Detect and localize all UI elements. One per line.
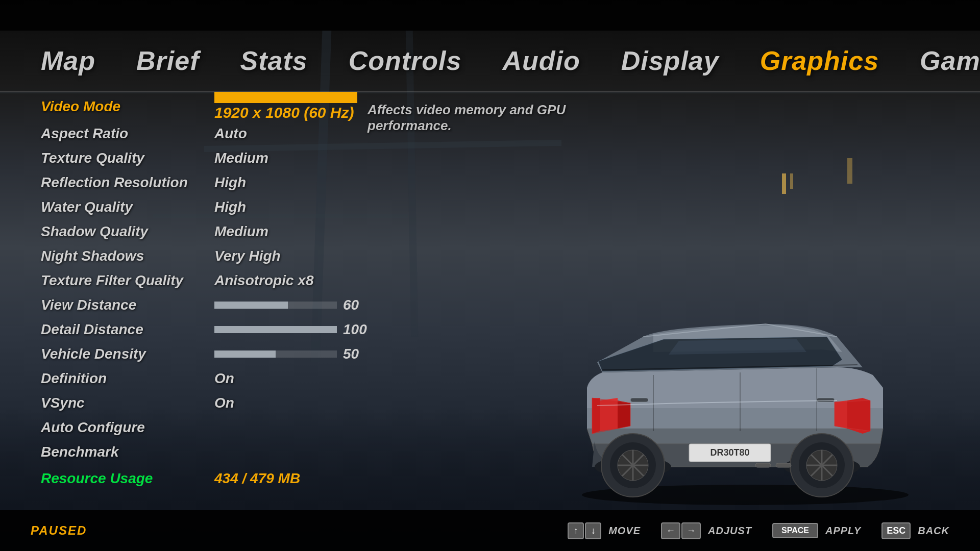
video-mode-value: 980 x 551 (60 Hz) (214, 104, 357, 121)
aspect-ratio-value: Auto (214, 126, 247, 142)
vsync-row: VSync On (41, 393, 388, 413)
car-illustration: DR30T80 (551, 286, 939, 510)
reflection-resolution-value: High (214, 174, 246, 191)
definition-value: On (214, 370, 234, 387)
back-label: BACK (918, 525, 949, 537)
vsync-label: VSync (41, 395, 214, 411)
shadow-quality-label: Shadow Quality (41, 223, 214, 240)
tab-stats[interactable]: Stats (240, 45, 307, 76)
view-distance-track (214, 302, 337, 309)
right-arrow-key: → (681, 522, 701, 539)
nav-tabs: Map Brief Stats Controls Audio Display G… (0, 31, 980, 92)
benchmark-row: Benchmark (41, 442, 388, 462)
apply-control-group: SPACE APPLY (772, 523, 861, 538)
water-quality-label: Water Quality (41, 199, 214, 215)
move-arrows: ↑ ↓ (568, 522, 601, 539)
vehicle-density-slider[interactable]: 50 (214, 346, 369, 362)
resource-usage-label: Resource Usage (41, 470, 214, 487)
settings-panel: Video Mode 980 x 551 (60 Hz) Aspect Ra… (41, 92, 388, 487)
texture-quality-row: Texture Quality Medium (41, 148, 388, 168)
night-shadows-row: Night Shadows Very High (41, 246, 388, 266)
view-distance-value: 60 (343, 297, 369, 313)
video-mode-bar (214, 92, 357, 103)
tab-map[interactable]: Map (41, 45, 95, 76)
svg-rect-5 (630, 398, 648, 402)
resource-usage-row: Resource Usage 434 / 479 MB (41, 470, 388, 487)
texture-filter-row: Texture Filter Quality Anisotropic x8 (41, 270, 388, 291)
top-bar (0, 0, 980, 31)
detail-distance-track (214, 326, 337, 333)
tab-game[interactable]: Game (920, 45, 980, 76)
night-shadows-label: Night Shadows (41, 248, 214, 264)
view-distance-slider[interactable]: 60 (214, 297, 369, 313)
view-distance-row: View Distance 60 (41, 295, 388, 315)
shadow-quality-value: Medium (214, 223, 268, 240)
tab-display[interactable]: Display (621, 45, 719, 76)
up-arrow-key: ↑ (568, 522, 584, 539)
apply-label: APPLY (825, 525, 861, 537)
resource-usage-value: 434 / 479 MB (214, 470, 300, 487)
tab-brief[interactable]: Brief (136, 45, 199, 76)
auto-configure-label[interactable]: Auto Configure (41, 419, 214, 436)
water-quality-row: Water Quality High (41, 197, 388, 217)
texture-quality-label: Texture Quality (41, 150, 214, 166)
vehicle-density-label: Vehicle Density (41, 346, 214, 362)
water-quality-value: High (214, 199, 246, 215)
adjust-label: ADJUST (708, 525, 752, 537)
texture-filter-label: Texture Filter Quality (41, 272, 214, 289)
reflection-resolution-row: Reflection Resolution High (41, 172, 388, 193)
controls-bar: PAUSED ↑ ↓ MOVE ← → ADJUST SPACE APPLY E… (0, 510, 980, 551)
adjust-arrows: ← → (661, 522, 701, 539)
benchmark-label[interactable]: Benchmark (41, 444, 214, 460)
adjust-control-group: ← → ADJUST (661, 522, 752, 539)
definition-label: Definition (41, 370, 214, 387)
reflection-resolution-label: Reflection Resolution (41, 174, 214, 191)
definition-row: Definition On (41, 368, 388, 389)
back-control-group: ESC BACK (881, 522, 949, 539)
view-distance-label: View Distance (41, 297, 214, 313)
svg-text:DR30T80: DR30T80 (710, 447, 749, 458)
svg-rect-23 (776, 463, 791, 467)
detail-distance-row: Detail Distance 100 (41, 319, 388, 340)
video-mode-label: Video Mode (41, 98, 214, 115)
svg-rect-22 (755, 463, 771, 467)
esc-key: ESC (881, 522, 911, 539)
aspect-ratio-label: Aspect Ratio (41, 126, 214, 142)
auto-configure-row: Auto Configure (41, 417, 388, 438)
tab-controls[interactable]: Controls (349, 45, 462, 76)
texture-quality-value: Medium (214, 150, 268, 166)
detail-distance-fill (214, 326, 337, 333)
night-shadows-value: Very High (214, 248, 281, 264)
view-distance-fill (214, 302, 288, 309)
vehicle-density-row: Vehicle Density 50 (41, 344, 388, 364)
tab-graphics[interactable]: Graphics (760, 45, 879, 76)
detail-distance-slider[interactable]: 100 (214, 321, 369, 338)
vehicle-density-track (214, 350, 337, 358)
left-arrow-key: ← (661, 522, 680, 539)
texture-filter-value: Anisotropic x8 (214, 272, 313, 289)
video-mode-row: Video Mode 980 x 551 (60 Hz) (41, 92, 388, 121)
vehicle-density-fill (214, 350, 276, 358)
space-key: SPACE (772, 523, 818, 538)
vsync-value: On (214, 395, 234, 411)
down-arrow-key: ↓ (585, 522, 601, 539)
move-label: MOVE (608, 525, 641, 537)
shadow-quality-row: Shadow Quality Medium (41, 221, 388, 242)
move-control-group: ↑ ↓ MOVE (568, 522, 641, 539)
aspect-ratio-row: Aspect Ratio Auto (41, 123, 388, 144)
detail-distance-label: Detail Distance (41, 321, 214, 338)
setting-description: Affects video memory and GPU performance… (368, 102, 623, 134)
paused-status: PAUSED (31, 523, 87, 538)
detail-distance-value: 100 (343, 321, 369, 338)
vehicle-density-value: 50 (343, 346, 369, 362)
tab-audio[interactable]: Audio (502, 45, 580, 76)
svg-rect-4 (817, 398, 835, 402)
